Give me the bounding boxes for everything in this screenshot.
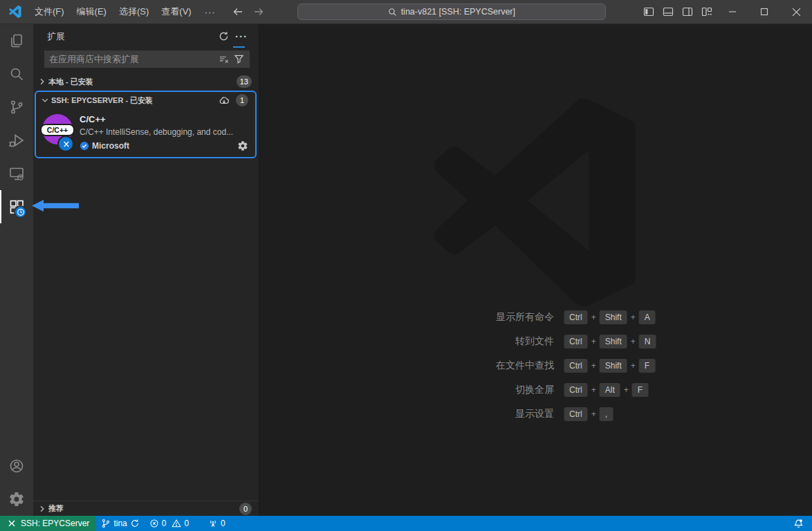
command-center-text: tina-v821 [SSH: EPYCServer]: [401, 7, 515, 17]
settings-gear-icon[interactable]: [0, 483, 33, 516]
cpp-icon-label: C/C++: [40, 124, 75, 136]
panel-progress-indicator: [233, 46, 245, 48]
section-ssh-label: SSH: EPYCSERVER - 已安装: [51, 95, 216, 106]
section-local-installed[interactable]: 本地 - 已安装 13: [33, 74, 259, 89]
warning-icon: [172, 519, 181, 528]
extensions-pending-clock-icon: [14, 205, 27, 218]
keycap: Shift: [600, 310, 627, 324]
keycap: A: [639, 310, 656, 324]
maximize-button[interactable]: [748, 0, 780, 24]
section-local-label: 本地 - 已安装: [48, 77, 237, 87]
source-control-icon[interactable]: [0, 91, 33, 124]
extensions-icon[interactable]: [0, 190, 33, 223]
toggle-panel-button[interactable]: [658, 0, 678, 24]
extensions-search-box[interactable]: [44, 50, 250, 68]
section-ssh-installed[interactable]: SSH: EPYCSERVER - 已安装 1: [36, 93, 255, 108]
ports-count: 0: [221, 519, 225, 528]
shortcut-label: 显示所有命令: [405, 311, 554, 324]
chevron-right-icon: [36, 77, 48, 86]
toggle-secondary-sidebar-button[interactable]: [678, 0, 697, 24]
section-recommended[interactable]: 推荐 0: [33, 501, 259, 516]
remote-icon: [7, 519, 17, 528]
shortcut-row: 转到文件 Ctrl+Shift+N: [405, 334, 656, 349]
account-icon[interactable]: [0, 449, 33, 483]
extensions-panel: 扩展 ··· 本地 - 已安装: [33, 24, 259, 516]
shortcut-label: 显示设置: [405, 408, 554, 420]
menu-view[interactable]: 查看(V): [155, 0, 197, 24]
git-branch-item[interactable]: tina: [96, 516, 144, 531]
navigate-back-icon[interactable]: [232, 6, 243, 17]
panel-title: 扩展: [47, 30, 214, 43]
keycap: Ctrl: [564, 359, 588, 373]
keycap: N: [639, 335, 656, 348]
search-icon: [388, 8, 397, 17]
notifications-bell-icon[interactable]: [785, 516, 812, 531]
title-bar: 文件(F) 编辑(E) 选择(S) 查看(V) ··· tina-v821 [S…: [0, 0, 812, 24]
shortcut-row: 切换全屏 Ctrl+Alt+F: [405, 382, 656, 398]
extensions-search-input[interactable]: [49, 54, 216, 64]
recommended-count-badge: 0: [239, 503, 252, 515]
clear-search-icon[interactable]: [216, 52, 231, 67]
annotation-arrow: [32, 199, 79, 212]
keyboard-shortcuts-watermark: 显示所有命令 Ctrl+Shift+A 转到文件 Ctrl+Shift+N 在文…: [405, 310, 656, 431]
sync-icon: [130, 519, 140, 528]
command-center-search[interactable]: tina-v821 [SSH: EPYCServer]: [297, 3, 606, 20]
shortcut-label: 切换全屏: [405, 384, 554, 396]
branch-name: tina: [113, 519, 127, 528]
search-view-icon[interactable]: [0, 57, 33, 91]
extension-manage-gear-icon[interactable]: [237, 140, 248, 151]
menu-overflow-button[interactable]: ···: [198, 0, 223, 24]
status-bar: SSH: EPYCServer tina 0 0 0: [0, 516, 812, 531]
section-recommended-label: 推荐: [48, 503, 239, 514]
run-debug-icon[interactable]: [0, 124, 33, 157]
verified-publisher-icon: [80, 141, 89, 151]
shortcut-label: 在文件中查找: [405, 360, 554, 372]
ports-item[interactable]: 0: [203, 516, 230, 531]
keycap: ,: [600, 407, 613, 421]
keycap: F: [632, 383, 648, 397]
keycap: Ctrl: [564, 407, 588, 421]
keycap: Ctrl: [564, 383, 588, 397]
remote-explorer-icon[interactable]: [0, 157, 33, 190]
radio-tower-icon: [208, 519, 218, 528]
chevron-right-icon: [36, 505, 48, 513]
ssh-count-badge: 1: [236, 94, 248, 106]
minimize-button[interactable]: [717, 0, 748, 24]
extension-description: C/C++ IntelliSense, debugging, and cod..…: [80, 126, 248, 138]
warning-count: 0: [184, 519, 189, 528]
explorer-icon[interactable]: [0, 24, 33, 57]
error-count: 0: [162, 519, 167, 528]
vscode-watermark-logo: [432, 99, 640, 306]
customize-layout-button[interactable]: [697, 0, 717, 24]
navigate-forward-icon[interactable]: [253, 6, 264, 17]
menu-edit[interactable]: 编辑(E): [71, 0, 113, 24]
extension-name: C/C++: [80, 113, 248, 126]
menu-selection[interactable]: 选择(S): [113, 0, 155, 24]
extension-publisher: Microsoft: [92, 141, 129, 151]
keycap: Ctrl: [564, 335, 588, 348]
activity-bar: [0, 24, 33, 516]
cloud-download-icon[interactable]: [216, 93, 232, 108]
refresh-icon[interactable]: [214, 28, 232, 46]
error-icon: [149, 519, 159, 528]
remote-indicator[interactable]: SSH: EPYCServer: [0, 516, 96, 531]
vscode-window: 文件(F) 编辑(E) 选择(S) 查看(V) ··· tina-v821 [S…: [0, 0, 812, 531]
extension-item-cpp[interactable]: C/C++ C/C++ C/C++ IntelliSense, debuggin…: [36, 108, 255, 154]
keycap: Alt: [600, 383, 620, 397]
shortcut-row: 显示所有命令 Ctrl+Shift+A: [405, 310, 656, 325]
menu-file[interactable]: 文件(F): [28, 0, 71, 24]
chevron-down-icon: [39, 96, 51, 104]
keycap: Shift: [600, 335, 627, 348]
filter-funnel-icon[interactable]: [231, 52, 246, 67]
toggle-sidebar-button[interactable]: [639, 0, 658, 24]
keycap: Ctrl: [564, 310, 588, 324]
keycap: F: [639, 359, 655, 373]
remote-install-badge-icon: [57, 136, 74, 152]
editor-area: 显示所有命令 Ctrl+Shift+A 转到文件 Ctrl+Shift+N 在文…: [259, 24, 812, 516]
git-branch-icon: [101, 519, 111, 528]
close-button[interactable]: [780, 0, 812, 24]
local-count-badge: 13: [237, 75, 252, 88]
shortcut-label: 转到文件: [405, 335, 554, 348]
problems-item[interactable]: 0 0: [145, 516, 194, 531]
more-actions-button[interactable]: ···: [232, 28, 250, 46]
